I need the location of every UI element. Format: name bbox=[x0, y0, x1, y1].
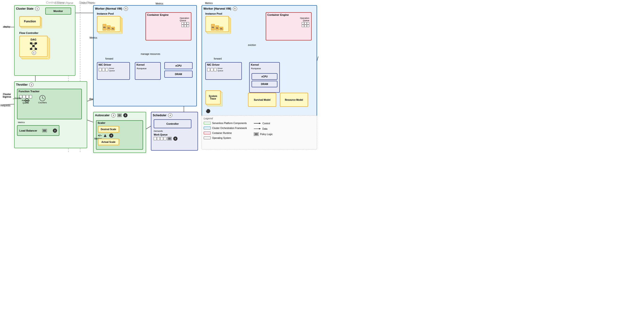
legend-data-label: Data bbox=[262, 128, 267, 130]
plus-minus-label: +/− bbox=[98, 134, 102, 137]
function-tracker-box: Function Tracker RequestQueue Co bbox=[17, 89, 82, 119]
instance-pool-normal: Instance Pool F3 F2 F1 bbox=[97, 12, 125, 36]
runqueue-harvest-label: Runqueue bbox=[250, 67, 279, 70]
svg-line-31 bbox=[31, 44, 34, 45]
legend-row-data: Data bbox=[254, 127, 272, 130]
legend-row-cluster: Cluster Orchestration Framework bbox=[204, 127, 247, 130]
flow-controller-label: Flow Controller bbox=[19, 31, 71, 34]
legend-swatch-container bbox=[204, 132, 211, 134]
dram-normal-label: DRAM bbox=[175, 73, 182, 76]
kernel-normal: Kernel Runqueue bbox=[135, 62, 161, 80]
resource-model-box: Resource Model bbox=[280, 93, 308, 107]
svg-rect-26 bbox=[35, 42, 37, 44]
legend-policy-label: Policy Logic bbox=[260, 133, 272, 136]
monitor-label: Monitor bbox=[54, 10, 63, 12]
invoke-label: invoke bbox=[14, 97, 22, 100]
legend-swatch-os bbox=[204, 137, 211, 139]
legend-serverless-label: Serverless Platform Components bbox=[212, 122, 247, 125]
system-trace-label: System Trace bbox=[206, 95, 220, 100]
nic-driver-harvest-label: NIC Driver bbox=[206, 63, 242, 67]
vcpu-normal-label: vCPU bbox=[176, 64, 182, 67]
svg-marker-38 bbox=[259, 123, 261, 124]
metrics-left-label: Metrics bbox=[90, 36, 97, 39]
autoscaler-box: Autoscaler 3 3 Scaler Desired Scale +/− bbox=[93, 112, 146, 153]
lb-badge: 2 bbox=[53, 129, 57, 133]
svg-marker-40 bbox=[259, 128, 261, 130]
legend-swatch-serverless bbox=[204, 122, 211, 125]
worker-harvest-badge: 6 bbox=[233, 6, 237, 11]
system-trace-badge7: 7 bbox=[206, 109, 210, 113]
load-balancer-label: Load Balancer bbox=[19, 129, 37, 132]
metrics-top-label: Metrics bbox=[156, 2, 163, 5]
dag-badge: 1 bbox=[32, 51, 36, 55]
kernel-harvest: Kernel Runqueue vCPU DRAM bbox=[249, 62, 280, 93]
svg-rect-27 bbox=[32, 45, 35, 47]
kernel-normal-label: Kernel bbox=[135, 63, 160, 67]
demands-label: Demands bbox=[154, 130, 163, 132]
legend-cluster-label: Cluster Orchestration Framework bbox=[212, 127, 247, 130]
work-queue-label: Work Queue bbox=[154, 134, 168, 136]
vcpu-harvest-label: vCPU bbox=[262, 75, 268, 78]
desired-scale-label: Desired Scale bbox=[101, 128, 116, 131]
svg-rect-28 bbox=[30, 48, 32, 50]
cluster-state-box: Cluster State 1 Monitor Function Flow Co… bbox=[14, 5, 76, 76]
scheduler-badge: 4 bbox=[168, 113, 172, 117]
legend-policy-icon bbox=[254, 133, 258, 136]
nic-driver-normal: NIC Driver DriverQueue bbox=[97, 62, 130, 80]
instance-pool-harvest-label: Instance Pool bbox=[205, 12, 234, 15]
metrics-ft-label: Metrics bbox=[18, 121, 25, 124]
legend-row-os: Operating System bbox=[204, 137, 247, 139]
instance-pool-harvest: Instance Pool F3 F2 F1 bbox=[205, 12, 234, 36]
forward-harvest-label: forward bbox=[214, 57, 222, 60]
legend-row-container: Container Runtime bbox=[204, 132, 247, 134]
svg-rect-25 bbox=[30, 42, 32, 44]
function-stack: Function bbox=[19, 16, 45, 29]
throttler-badge: 2 bbox=[29, 83, 34, 87]
scaler-box: Scaler Desired Scale +/− 4 Actual Scale bbox=[96, 120, 143, 150]
autoscaler-policy-icon bbox=[118, 114, 122, 117]
work-queue-policy-icon bbox=[167, 137, 172, 140]
worker-normal-badge: 5 bbox=[124, 6, 128, 11]
operation-queue-normal-label: OperationQueue bbox=[180, 17, 189, 22]
container-engine-harvest-label: Container Engine bbox=[266, 13, 311, 17]
ingress-symbol: ⊗ bbox=[25, 98, 29, 103]
survival-model-label: Survival Model bbox=[254, 99, 270, 101]
controller-label: Controller bbox=[166, 122, 179, 125]
worker-harvest-title: Worker (Harvest VM) bbox=[204, 7, 231, 10]
nic-driver-normal-label: NIC Driver bbox=[97, 63, 130, 67]
autoscaler-badge: 3 bbox=[111, 113, 116, 117]
instance-pool-normal-label: Instance Pool bbox=[97, 12, 125, 15]
legend-box: Legend Serverless Platform Components Cl… bbox=[202, 115, 317, 150]
container-engine-normal: Container Engine OperationQueue bbox=[146, 12, 192, 40]
dram-harvest-label: DRAM bbox=[261, 83, 268, 85]
svg-rect-29 bbox=[35, 48, 37, 50]
container-engine-harvest: Container Engine OperationQueue bbox=[266, 12, 312, 40]
cluster-state-title: Cluster State bbox=[16, 7, 34, 10]
scaler-badge4: 4 bbox=[109, 134, 114, 138]
legend-control-label: Control bbox=[262, 122, 270, 125]
cluster-state-badge: 1 bbox=[35, 6, 39, 11]
scaler-label: Scaler bbox=[96, 121, 142, 125]
lb-policy-icon bbox=[42, 129, 47, 132]
function-tracker-label: Function Tracker bbox=[18, 89, 81, 93]
svg-marker-36 bbox=[104, 134, 106, 137]
legend-row-serverless: Serverless Platform Components bbox=[204, 122, 247, 125]
throttler-box: Throttler 2 Function Tracker RequestQueu… bbox=[14, 81, 87, 148]
function-label: Function bbox=[24, 20, 36, 23]
legend-row-policy: Policy Logic bbox=[254, 133, 272, 136]
work-queue-badge6: 6 bbox=[173, 137, 178, 141]
svg-line-33 bbox=[31, 47, 32, 48]
metrics-harvest-label: Metrics bbox=[205, 2, 212, 4]
legend-swatch-cluster bbox=[204, 127, 211, 130]
deploy-label: deploy bbox=[3, 25, 10, 28]
svg-line-34 bbox=[35, 47, 36, 48]
requests-label: Requests bbox=[0, 104, 10, 107]
monitor-box: Monitor bbox=[45, 7, 71, 14]
legend-row-control: Control bbox=[254, 122, 272, 125]
eviction-label: eviction bbox=[248, 44, 256, 46]
vcpu-dram-normal: vCPU DRAM bbox=[164, 62, 192, 78]
resource-model-label: Resource Model bbox=[285, 99, 303, 101]
kernel-harvest-label: Kernel bbox=[250, 63, 279, 67]
manage-resources-label: manage resources bbox=[141, 53, 160, 55]
throttler-title: Throttler bbox=[16, 83, 28, 86]
